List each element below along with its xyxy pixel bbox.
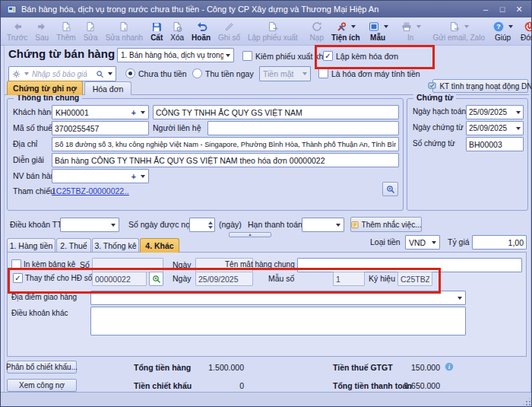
dieu-khoan-khac-textarea[interactable] [90, 307, 466, 335]
hoa-don-may-tinh-tien-label: Là hóa đơn máy tính tiền [331, 69, 420, 78]
bang-ke-so-input[interactable] [92, 258, 163, 272]
toolbar-button-giup[interactable]: ? Giúp [489, 17, 517, 45]
document-edit-icon [84, 21, 97, 33]
tab-thue[interactable]: 2. Thuế [56, 238, 91, 252]
thu-tien-ngay-radio[interactable] [192, 68, 202, 78]
toolbar-button-tien-ich[interactable]: Tiện ích [328, 17, 364, 45]
refresh-icon [311, 21, 323, 33]
ty-gia-label: Tỷ giá [448, 237, 470, 246]
ngay-chung-tu-label: Ngày chứng từ [413, 123, 464, 132]
add-icon[interactable]: + [131, 108, 136, 117]
dia-chi-input[interactable] [52, 137, 399, 151]
loai-tien-select[interactable]: VND [405, 235, 440, 250]
quote-search-combo[interactable] [8, 66, 116, 81]
ngay-chung-tu-datepicker[interactable]: 25/09/2025 [466, 121, 524, 135]
document-export-icon [267, 21, 279, 33]
help-icon: ? [492, 21, 513, 33]
main-toolbar: Trước Sau Thêm Sửa Sửa nhanh Cất Xóa Ho [1, 17, 531, 46]
tham-chieu-link[interactable]: 1C25TBZ-00000022 [52, 186, 124, 196]
in-kem-bang-ke-checkbox[interactable] [11, 259, 21, 269]
document-quick-edit-icon [118, 21, 130, 33]
app-icon [7, 5, 17, 14]
add-icon[interactable]: + [131, 172, 136, 181]
spinner-arrows-icon[interactable] [208, 221, 213, 229]
thu-tien-ngay-label: Thu tiền ngay [205, 69, 254, 78]
document-delete-icon [171, 21, 183, 33]
close-button[interactable]: ✕ [513, 5, 525, 14]
toolbar-button-nap[interactable]: Nạp [306, 17, 328, 45]
ten-mat-hang-chung-input[interactable] [297, 258, 522, 272]
chevron-up-icon: ▲ [249, 233, 252, 237]
collapse-splitter-handle[interactable]: ▲ [229, 232, 271, 237]
toolbar-button-sua[interactable]: Sửa [80, 17, 102, 45]
tab-hang-tien[interactable]: 1. Hàng tiền [7, 238, 55, 252]
chevron-down-icon [464, 25, 469, 28]
tham-chieu-more-link[interactable]: ... [122, 186, 129, 196]
title-bar: Bán hàng hóa, dịch vụ trong nước chưa th… [1, 1, 531, 17]
toolbar-button-xoa[interactable]: Xóa [166, 17, 188, 45]
toolbar-button-lap-phieu-xuat[interactable]: Lập phiếu xuất [244, 17, 302, 45]
nv-ban-hang-combo[interactable]: + [52, 169, 149, 183]
ngay-suffix-label: (ngày) [219, 220, 242, 229]
ky-hieu-input[interactable] [397, 272, 432, 286]
kt-hoat-dong-dn-button[interactable]: KT tình trạng hoạt động DN [432, 79, 528, 93]
toolbar-button-dong[interactable]: Đóng [517, 17, 532, 45]
status-bar [1, 392, 532, 407]
tien-mat-select[interactable]: Tiền mặt [259, 66, 311, 81]
doc-type-select[interactable]: 1. Bán hàng hóa, dịch vụ trong nước [117, 48, 234, 62]
khach-hang-code-combo[interactable]: KH00001 + [52, 105, 149, 119]
resize-grip[interactable] [522, 397, 530, 405]
lap-kem-hoa-don-checkbox[interactable] [323, 51, 333, 61]
dia-chi-label: Địa chỉ [13, 139, 37, 148]
toolbar-button-gui-email-zalo[interactable]: Gửi email, Zalo [429, 17, 489, 45]
tab-thong-ke[interactable]: 3. Thống kê [92, 238, 139, 252]
mau-so-input[interactable] [333, 272, 365, 286]
toolbar-button-them[interactable]: Thêm [52, 17, 80, 45]
toolbar-button-hoan-undo[interactable]: Hoãn [188, 17, 214, 45]
so-ngay-duoc-no-stepper[interactable] [189, 218, 215, 232]
hoa-don-may-tinh-tien-checkbox[interactable] [318, 68, 328, 78]
kiem-phieu-xuat-kho-checkbox[interactable] [242, 51, 252, 61]
chevron-down-icon [111, 224, 116, 227]
xem-cong-no-button[interactable]: Xem công nợ [7, 379, 77, 392]
quote-number-input[interactable] [30, 69, 94, 79]
ngay-hach-toan-label: Ngày hạch toán [413, 107, 466, 116]
tab-hoa-don[interactable]: Hóa đơn [84, 81, 131, 95]
tham-chieu-zoom-button[interactable] [382, 182, 398, 196]
thay-the-cho-hd-checkbox[interactable] [13, 273, 23, 283]
toolbar-button-truoc[interactable]: Trước [3, 17, 31, 45]
tab-chung-tu-ghi-no[interactable]: Chứng từ ghi nợ [7, 81, 83, 95]
thay-the-so-input[interactable] [92, 272, 147, 286]
tab-khac[interactable]: 4. Khác [140, 238, 179, 253]
loai-tien-label: Loại tiền [370, 237, 401, 246]
them-nhac-viec-button[interactable]: Thêm nhắc việc... [350, 217, 422, 232]
ty-gia-input[interactable] [472, 235, 527, 250]
so-chung-tu-input[interactable] [466, 137, 524, 151]
han-thanh-toan-select[interactable] [302, 218, 344, 232]
chevron-down-icon [108, 72, 112, 75]
toolbar-button-sau[interactable]: Sau [31, 17, 52, 45]
tools-icon [335, 21, 356, 33]
lookup-invoice-button[interactable] [149, 272, 163, 286]
toolbar-button-in[interactable]: In [397, 17, 425, 45]
chua-thu-tien-radio[interactable] [125, 68, 135, 78]
template-icon [368, 21, 388, 33]
toolbar-button-ghi-so[interactable]: Ghi sổ [214, 17, 244, 45]
dia-diem-giao-hang-select[interactable] [90, 291, 466, 305]
toolbar-button-mau[interactable]: Mẫu [364, 17, 392, 45]
ngay-hach-toan-datepicker[interactable]: 25/09/2025 [466, 105, 524, 119]
ma-so-thue-input[interactable] [52, 121, 149, 135]
khach-hang-name-input[interactable] [153, 105, 399, 119]
info-icon[interactable]: i [445, 362, 454, 371]
toolbar-button-cat-save[interactable]: Cất [147, 17, 166, 45]
dieu-khoan-tt-select[interactable] [60, 218, 119, 232]
nguoi-lien-he-input[interactable] [207, 121, 399, 135]
dien-giai-input[interactable] [52, 153, 399, 167]
toolbar-button-sua-nhanh[interactable]: Sửa nhanh [102, 17, 147, 45]
chevron-down-icon [508, 25, 513, 28]
ten-mat-hang-chung-label: Tên mặt hàng chung [225, 260, 295, 269]
maximize-button[interactable]: □ [496, 5, 508, 14]
phan-bo-chiet-khau-button[interactable]: Phân bổ chiết khấu... [7, 361, 77, 374]
minimize-button[interactable]: – [480, 5, 492, 14]
thay-the-ngay-input[interactable] [195, 272, 253, 286]
